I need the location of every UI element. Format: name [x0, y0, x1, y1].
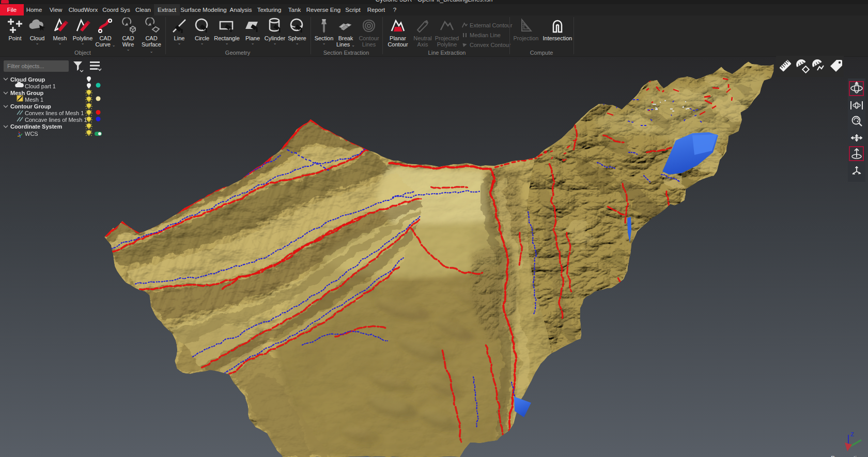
- svg-text:Perspective: Perspective: [831, 455, 863, 457]
- svg-text:Z: Z: [850, 431, 854, 437]
